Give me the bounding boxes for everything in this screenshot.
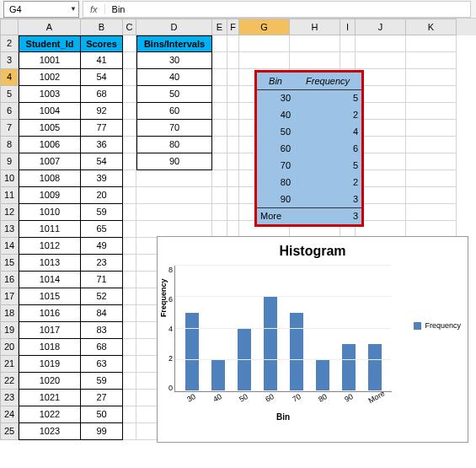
cell[interactable] bbox=[123, 288, 136, 305]
column-header-d[interactable]: D bbox=[136, 19, 212, 35]
cell[interactable] bbox=[406, 35, 457, 52]
row-header[interactable]: 15 bbox=[0, 255, 19, 272]
cell[interactable] bbox=[212, 137, 227, 153]
cell[interactable]: 49 bbox=[81, 238, 123, 255]
cell[interactable]: 1018 bbox=[19, 339, 81, 356]
cell[interactable]: 1022 bbox=[19, 406, 81, 423]
cell[interactable] bbox=[212, 69, 227, 86]
cell[interactable]: 1010 bbox=[19, 204, 81, 221]
cell[interactable] bbox=[406, 103, 457, 120]
cell[interactable] bbox=[123, 35, 136, 52]
cell[interactable] bbox=[123, 305, 136, 322]
cell[interactable] bbox=[406, 170, 457, 187]
cell[interactable] bbox=[406, 153, 457, 170]
cell[interactable]: 36 bbox=[81, 137, 123, 153]
cell[interactable] bbox=[239, 52, 290, 69]
freq-val-cell[interactable]: 5 bbox=[294, 89, 361, 106]
cell[interactable] bbox=[136, 221, 212, 238]
cell[interactable]: 68 bbox=[81, 86, 123, 103]
row-header[interactable]: 19 bbox=[0, 322, 19, 339]
row-header[interactable]: 7 bbox=[0, 120, 19, 137]
cell[interactable]: 1013 bbox=[19, 255, 81, 272]
row-header[interactable]: 24 bbox=[0, 406, 19, 423]
cell[interactable] bbox=[406, 120, 457, 137]
row-header[interactable]: 23 bbox=[0, 390, 19, 406]
cell[interactable] bbox=[123, 137, 136, 153]
cell[interactable]: Scores bbox=[81, 35, 123, 52]
cell[interactable] bbox=[227, 170, 239, 187]
dropdown-icon[interactable]: ▼ bbox=[70, 5, 77, 13]
row-header[interactable]: 11 bbox=[0, 187, 19, 204]
row-header[interactable]: 13 bbox=[0, 221, 19, 238]
cell[interactable]: 59 bbox=[81, 373, 123, 390]
cell[interactable] bbox=[136, 204, 212, 221]
column-header-a[interactable]: A bbox=[19, 19, 81, 35]
cell[interactable]: 20 bbox=[81, 187, 123, 204]
cell[interactable] bbox=[227, 35, 239, 52]
cell[interactable] bbox=[212, 103, 227, 120]
cell[interactable]: 1001 bbox=[19, 52, 81, 69]
cell[interactable]: 1015 bbox=[19, 288, 81, 305]
freq-val-cell[interactable]: 3 bbox=[294, 207, 361, 224]
cell[interactable] bbox=[212, 120, 227, 137]
cell[interactable] bbox=[123, 204, 136, 221]
cell[interactable]: 90 bbox=[136, 153, 212, 170]
cell[interactable]: 84 bbox=[81, 305, 123, 322]
column-header-c[interactable]: C bbox=[123, 19, 136, 35]
cell[interactable] bbox=[123, 373, 136, 390]
cell[interactable] bbox=[123, 390, 136, 406]
cell[interactable]: 50 bbox=[136, 86, 212, 103]
row-header[interactable]: 14 bbox=[0, 238, 19, 255]
cell[interactable]: 52 bbox=[81, 288, 123, 305]
cell[interactable]: 1017 bbox=[19, 322, 81, 339]
cell[interactable]: 1020 bbox=[19, 373, 81, 390]
cell[interactable] bbox=[227, 86, 239, 103]
fx-icon[interactable]: fx bbox=[83, 4, 105, 14]
cell[interactable] bbox=[239, 35, 290, 52]
cell[interactable]: 77 bbox=[81, 120, 123, 137]
cell[interactable]: 1016 bbox=[19, 305, 81, 322]
cell[interactable] bbox=[123, 339, 136, 356]
cell[interactable]: 1004 bbox=[19, 103, 81, 120]
cell[interactable] bbox=[123, 238, 136, 255]
cell[interactable] bbox=[406, 69, 457, 86]
cell[interactable] bbox=[123, 103, 136, 120]
freq-bin-cell[interactable]: More bbox=[257, 207, 294, 224]
cell[interactable] bbox=[227, 187, 239, 204]
cell[interactable]: 1014 bbox=[19, 272, 81, 288]
row-header[interactable]: 3 bbox=[0, 52, 19, 69]
cell[interactable]: 65 bbox=[81, 221, 123, 238]
cell[interactable] bbox=[212, 187, 227, 204]
cell[interactable]: 23 bbox=[81, 255, 123, 272]
cell[interactable]: 60 bbox=[136, 103, 212, 120]
freq-bin-cell[interactable]: 50 bbox=[257, 123, 294, 140]
freq-bin-cell[interactable]: 60 bbox=[257, 140, 294, 157]
cell[interactable] bbox=[406, 86, 457, 103]
cell[interactable]: 63 bbox=[81, 356, 123, 373]
cell[interactable]: 1003 bbox=[19, 86, 81, 103]
column-header-j[interactable]: J bbox=[356, 19, 406, 35]
cell[interactable] bbox=[123, 69, 136, 86]
column-header-g[interactable]: G bbox=[239, 19, 290, 35]
cell[interactable]: 70 bbox=[136, 120, 212, 137]
cell[interactable]: 39 bbox=[81, 170, 123, 187]
cell[interactable] bbox=[212, 86, 227, 103]
cell[interactable]: 99 bbox=[81, 423, 123, 440]
cell[interactable] bbox=[406, 221, 457, 238]
cell[interactable]: 1005 bbox=[19, 120, 81, 137]
cell[interactable]: Bins/Intervals bbox=[136, 35, 212, 52]
row-header[interactable]: 17 bbox=[0, 288, 19, 305]
cell[interactable] bbox=[123, 120, 136, 137]
cell[interactable] bbox=[123, 272, 136, 288]
freq-bin-cell[interactable]: 80 bbox=[257, 174, 294, 191]
row-header[interactable]: 8 bbox=[0, 137, 19, 153]
freq-val-cell[interactable]: 5 bbox=[294, 157, 361, 174]
cell[interactable]: 59 bbox=[81, 204, 123, 221]
freq-bin-cell[interactable]: 40 bbox=[257, 106, 294, 123]
row-header[interactable]: 10 bbox=[0, 170, 19, 187]
cell[interactable] bbox=[290, 35, 340, 52]
row-header[interactable]: 25 bbox=[0, 423, 19, 440]
freq-val-cell[interactable]: 2 bbox=[294, 174, 361, 191]
freq-val-cell[interactable]: 2 bbox=[294, 106, 361, 123]
cell[interactable] bbox=[227, 103, 239, 120]
